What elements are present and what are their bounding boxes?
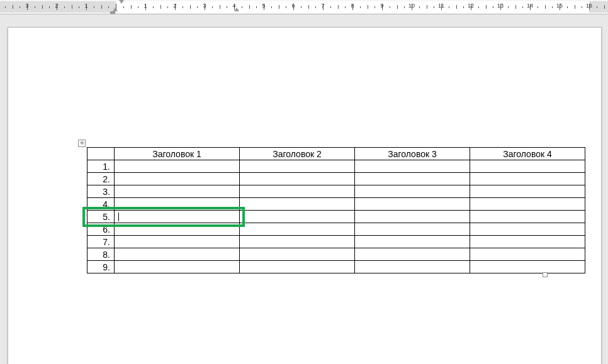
ruler-number: 2 — [173, 3, 176, 9]
table-cell[interactable] — [470, 261, 585, 273]
table-cell[interactable] — [115, 173, 240, 185]
ruler-number: 10 — [408, 3, 415, 9]
editor-workspace[interactable]: ✥ Заголовок 1 Заголовок 2 Заголовок 3 За… — [0, 14, 608, 364]
ruler-number: 9 — [380, 3, 383, 9]
table-cell[interactable] — [355, 185, 470, 198]
table-cell[interactable] — [355, 173, 470, 185]
table-header-empty[interactable] — [87, 148, 115, 160]
table-row: 1. — [87, 160, 585, 173]
row-number-cell[interactable]: 8. — [87, 248, 115, 261]
table-cell[interactable] — [115, 211, 240, 223]
table-cell[interactable] — [115, 198, 240, 211]
table-row: 8. — [87, 248, 585, 261]
table-cell[interactable] — [240, 160, 355, 173]
table-cell[interactable] — [240, 198, 355, 211]
ruler-number: 6 — [291, 3, 295, 9]
table-cell[interactable] — [115, 223, 240, 236]
table-cell[interactable] — [355, 223, 470, 236]
table-move-handle[interactable]: ✥ — [78, 140, 86, 147]
table-cell[interactable] — [115, 160, 240, 173]
table-cell[interactable] — [355, 261, 470, 273]
table-cell[interactable] — [240, 261, 355, 273]
ruler-number: 11 — [438, 3, 444, 9]
table-cell[interactable] — [355, 211, 470, 223]
row-number-cell[interactable]: 2. — [87, 173, 115, 185]
table-header[interactable]: Заголовок 3 — [355, 148, 470, 160]
table-cell[interactable] — [240, 185, 355, 198]
table-cell[interactable] — [115, 236, 240, 248]
table-cell[interactable] — [115, 261, 240, 273]
ruler-number: 14 — [527, 3, 533, 9]
horizontal-ruler[interactable]: 432112345678910111213141516 — [0, 0, 608, 14]
table-row: 9. — [87, 261, 585, 273]
table-cell[interactable] — [470, 160, 585, 173]
ruler-number: 1 — [84, 3, 87, 9]
table-cell[interactable] — [115, 185, 240, 198]
table-cell[interactable] — [470, 198, 585, 211]
table-cell[interactable] — [355, 248, 470, 261]
table-cell[interactable] — [355, 160, 470, 173]
table-cell[interactable] — [240, 173, 355, 185]
table-cell[interactable] — [470, 223, 585, 236]
ruler-number: 5 — [262, 3, 265, 9]
row-number-cell[interactable]: 1. — [87, 160, 115, 173]
row-number-cell[interactable]: 6. — [87, 223, 115, 236]
table-cell[interactable] — [470, 236, 585, 248]
table-row: 4. — [87, 198, 585, 211]
table-cell[interactable] — [115, 248, 240, 261]
ruler-number: 16 — [586, 3, 592, 9]
table-cell[interactable] — [470, 185, 585, 198]
table-cell[interactable] — [240, 223, 355, 236]
table-row: 2. — [87, 173, 585, 185]
table-cell[interactable] — [240, 248, 355, 261]
table-row: 3. — [87, 185, 585, 198]
table-row: 7. — [87, 236, 585, 248]
document-page[interactable]: ✥ Заголовок 1 Заголовок 2 Заголовок 3 За… — [8, 27, 602, 364]
table-header[interactable]: Заголовок 4 — [470, 148, 585, 160]
table-cell[interactable] — [240, 211, 355, 223]
first-line-indent-marker[interactable] — [119, 0, 124, 4]
text-cursor — [118, 212, 119, 221]
ruler-number: 8 — [351, 3, 354, 9]
ruler-number: 3 — [25, 3, 28, 9]
ruler-number: 1 — [144, 3, 147, 9]
ruler-number: 3 — [203, 3, 206, 9]
row-number-cell[interactable]: 9. — [87, 261, 115, 273]
ruler-number: 7 — [321, 3, 324, 9]
ruler-number: 2 — [55, 3, 58, 9]
left-indent-marker[interactable] — [110, 11, 115, 14]
table-row: 5. — [87, 211, 585, 223]
ruler-number: 15 — [556, 3, 563, 9]
ruler-number: 13 — [497, 3, 504, 9]
row-number-cell[interactable]: 7. — [87, 236, 115, 248]
table-header[interactable]: Заголовок 2 — [240, 148, 355, 160]
table-header[interactable]: Заголовок 1 — [115, 148, 240, 160]
right-indent-marker[interactable] — [234, 8, 239, 11]
table-cell[interactable] — [470, 248, 585, 261]
table-cell[interactable] — [355, 198, 470, 211]
ruler-number: 12 — [468, 3, 474, 9]
table-header-row: Заголовок 1 Заголовок 2 Заголовок 3 Заго… — [87, 148, 585, 160]
row-number-cell[interactable]: 4. — [87, 198, 115, 211]
table-cell[interactable] — [240, 236, 355, 248]
table-cell[interactable] — [470, 173, 585, 185]
table-resize-handle[interactable] — [543, 272, 548, 277]
document-table[interactable]: Заголовок 1 Заголовок 2 Заголовок 3 Заго… — [87, 147, 585, 273]
row-number-cell[interactable]: 5. — [87, 211, 115, 223]
row-number-cell[interactable]: 3. — [87, 185, 115, 198]
table-row: 6. — [87, 223, 585, 236]
table-cell[interactable] — [470, 211, 585, 223]
table-cell[interactable] — [355, 236, 470, 248]
